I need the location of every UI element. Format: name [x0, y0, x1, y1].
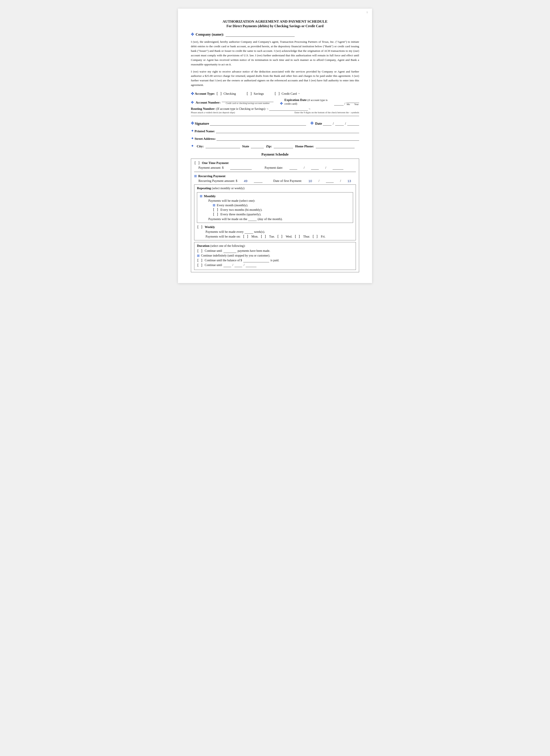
one-time-bracket[interactable]: [ ] [194, 161, 200, 165]
one-time-label: One Time Payment [202, 161, 229, 165]
duration-header: Duration (select one of the following): [197, 244, 353, 248]
signature-line[interactable] [210, 121, 306, 126]
account-number-field[interactable] [222, 98, 274, 102]
one-time-date-day[interactable] [311, 166, 319, 170]
expiration-date-block: ✤ Expiration Date (if account type is cr… [280, 98, 359, 106]
weekly-weeks-field[interactable] [245, 230, 253, 234]
date-day-field[interactable] [335, 122, 344, 126]
weekly-section: [ ] Weekly Payments will be made every w… [197, 225, 353, 238]
signature-label: Signature [195, 122, 209, 126]
duration-4-day[interactable] [235, 263, 242, 267]
duration-3-label: Continue until the balance of $ [205, 259, 242, 262]
company-label: Company (name): [196, 32, 224, 36]
duration-1-field[interactable] [224, 249, 237, 253]
recurring-amount-value: 49 [244, 179, 248, 183]
day-of-month-label: (day of the month). [258, 217, 282, 221]
city-row: ✦ City: State Zip: Home Phone: [191, 144, 359, 148]
day-of-month-field[interactable] [248, 217, 257, 221]
duration-note: (select one of the following): [210, 244, 246, 247]
recurring-amount-field[interactable] [254, 179, 263, 183]
routing-dot-right: ·: [309, 107, 310, 110]
city-field-block: City: [197, 144, 240, 148]
street-address-field[interactable] [217, 137, 359, 141]
weekly-every-row: Payments will be made every week(s). [206, 230, 353, 234]
street-address-icon: ✦ [191, 136, 194, 141]
company-name-field[interactable] [226, 33, 294, 37]
one-time-date-label: Payment date: [265, 166, 283, 170]
savings-checkbox-item[interactable]: [ ] Savings [246, 92, 264, 96]
repeating-label: Repeating [197, 186, 211, 190]
wed-bracket[interactable]: [ ] [277, 235, 283, 238]
recurring-amount-row: Recurring Payment amount: $ 49 Date of f… [199, 179, 356, 183]
home-phone-field[interactable] [316, 144, 354, 148]
account-type-checkboxes: [ ] Checking [ ] Savings [ ] Credit Card… [216, 92, 300, 96]
date-year-field[interactable] [347, 122, 359, 126]
zip-field-block: Zip: [266, 144, 293, 148]
signature-icon: ✤ [191, 121, 194, 126]
fri-bracket[interactable]: [ ] [312, 235, 318, 238]
recurring-label: Recurring Payment [198, 174, 226, 178]
duration-3-field[interactable] [243, 258, 269, 262]
state-field-block: State [242, 144, 264, 148]
routing-number-field[interactable] [269, 107, 308, 111]
account-number-section: ✤ Account Number: Credit card or checkin… [191, 98, 359, 106]
duration-1-bracket[interactable]: [ ] [197, 249, 203, 253]
date-slash-2: / [345, 122, 346, 126]
savings-label: Savings [254, 92, 264, 96]
account-number-icon: ✤ [191, 100, 194, 104]
street-address-label: Street Address: [195, 137, 216, 141]
printed-name-label: Printed Name: [195, 129, 215, 133]
zip-field[interactable] [274, 144, 293, 148]
document-title: AUTHORIZATION AGREEMENT AND PAYMENT SCHE… [191, 19, 359, 24]
exp-month-field[interactable] [334, 102, 343, 106]
body-text-2: I (we) waive my right to receive advance… [191, 69, 359, 88]
tue-bracket[interactable]: [ ] [261, 235, 267, 238]
payment-schedule-title: Payment Schedule [191, 153, 359, 156]
duration-4-bracket[interactable]: [ ] [197, 263, 203, 267]
every-three-bracket[interactable]: [ ] [213, 212, 219, 216]
duration-2-label: Continue indefinitely (until stopped by … [201, 254, 270, 257]
weekly-bracket[interactable]: [ ] [197, 225, 203, 229]
home-phone-field-block: Home Phone: [295, 144, 354, 148]
routing-sublabel-left: Please attach a voided check (no deposit… [191, 111, 235, 114]
every-three-months-label: Every three months (quarterly). [221, 213, 261, 216]
credit-card-tilde: ~ [298, 92, 300, 95]
printed-name-icon: ✦ [191, 129, 194, 133]
zip-label: Zip: [266, 145, 272, 148]
fri-label: Fri. [321, 235, 325, 238]
date-month-field[interactable] [323, 122, 331, 126]
wed-label: Wed. [285, 235, 292, 238]
duration-4-month[interactable] [224, 263, 231, 267]
every-two-months-label: Every two months (bi-monthly). [221, 208, 262, 212]
recurring-date-label: Date of first Payment: [273, 179, 302, 183]
mon-label: Mon. [252, 235, 259, 238]
checking-checkbox-item[interactable]: [ ] Checking [216, 92, 236, 96]
duration-3-bracket[interactable]: [ ] [197, 258, 203, 262]
every-two-bracket[interactable]: [ ] [213, 208, 219, 212]
document-subtitle: For Direct Payments (debits) by Checking… [191, 24, 359, 28]
one-time-date-month[interactable] [289, 166, 297, 170]
home-phone-label: Home Phone: [295, 145, 314, 148]
one-time-date-year[interactable] [332, 166, 343, 170]
payments-on-day-row: Payments will be made on the (day of the… [208, 217, 350, 221]
monthly-label: Monthly [204, 194, 216, 198]
thur-bracket[interactable]: [ ] [294, 235, 300, 238]
duration-item-3: [ ] Continue until the balance of $ is p… [197, 258, 353, 262]
recurring-date-day-field[interactable] [326, 179, 334, 183]
mon-bracket[interactable]: [ ] [243, 235, 249, 238]
duration-4-year[interactable] [246, 263, 257, 267]
repeating-note: (select monthly or weekly): [212, 187, 245, 190]
duration-4-slash-1: / [233, 263, 234, 267]
one-time-amount-field[interactable] [230, 166, 252, 170]
credit-card-checkbox-item[interactable]: [ ] Credit Card ~ [274, 92, 300, 96]
date-slash-1: / [333, 122, 334, 126]
tue-label: Tue. [269, 235, 275, 238]
printed-name-field[interactable] [216, 129, 359, 133]
duration-item-4: [ ] Continue until / / [197, 263, 353, 267]
city-field[interactable] [206, 144, 240, 148]
recurring-amount-label: Recurring Payment amount: $ [199, 179, 237, 183]
exp-year-field[interactable] [346, 99, 359, 103]
street-address-row: ✦ Street Address: [191, 136, 359, 141]
every-three-months-row: [ ] Every three months (quarterly). [213, 212, 350, 216]
state-field[interactable] [251, 144, 264, 148]
